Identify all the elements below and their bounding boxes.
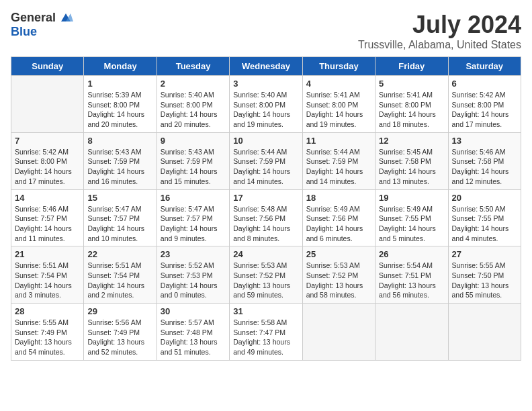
day-number: 2 [161, 79, 226, 89]
day-info: Sunrise: 5:47 AMSunset: 7:57 PMDaylight:… [87, 204, 152, 244]
calendar-cell: 28Sunrise: 5:55 AMSunset: 7:49 PMDayligh… [11, 304, 84, 361]
calendar-cell: 14Sunrise: 5:46 AMSunset: 7:57 PMDayligh… [11, 189, 84, 246]
column-header-thursday: Thursday [302, 57, 375, 76]
day-number: 31 [233, 306, 298, 316]
day-number: 25 [306, 249, 371, 259]
calendar-cell: 31Sunrise: 5:58 AMSunset: 7:47 PMDayligh… [230, 304, 302, 361]
logo-icon [58, 12, 73, 24]
calendar-cell: 20Sunrise: 5:50 AMSunset: 7:55 PMDayligh… [448, 189, 521, 246]
day-info: Sunrise: 5:44 AMSunset: 7:59 PMDaylight:… [306, 147, 371, 187]
calendar-cell: 8Sunrise: 5:43 AMSunset: 7:59 PMDaylight… [84, 132, 157, 189]
day-info: Sunrise: 5:53 AMSunset: 7:52 PMDaylight:… [306, 261, 371, 300]
calendar-cell: 9Sunrise: 5:43 AMSunset: 7:59 PMDaylight… [157, 132, 229, 189]
day-info: Sunrise: 5:57 AMSunset: 7:48 PMDaylight:… [161, 318, 226, 357]
day-info: Sunrise: 5:52 AMSunset: 7:53 PMDaylight:… [161, 261, 226, 300]
day-info: Sunrise: 5:55 AMSunset: 7:49 PMDaylight:… [15, 318, 80, 357]
day-number: 8 [87, 136, 152, 146]
day-info: Sunrise: 5:47 AMSunset: 7:57 PMDaylight:… [161, 204, 226, 244]
day-info: Sunrise: 5:41 AMSunset: 8:00 PMDaylight:… [306, 90, 371, 130]
calendar-cell: 1Sunrise: 5:39 AMSunset: 8:00 PMDaylight… [84, 76, 157, 133]
day-number: 16 [161, 193, 226, 203]
calendar-cell: 7Sunrise: 5:42 AMSunset: 8:00 PMDaylight… [11, 132, 84, 189]
day-number: 7 [15, 136, 80, 146]
calendar-cell: 6Sunrise: 5:42 AMSunset: 8:00 PMDaylight… [448, 76, 521, 133]
day-number: 28 [15, 306, 80, 316]
calendar-cell: 16Sunrise: 5:47 AMSunset: 7:57 PMDayligh… [157, 189, 229, 246]
calendar-cell: 13Sunrise: 5:46 AMSunset: 7:58 PMDayligh… [448, 132, 521, 189]
day-number: 22 [87, 249, 152, 259]
calendar-week-3: 14Sunrise: 5:46 AMSunset: 7:57 PMDayligh… [11, 189, 521, 246]
calendar-title: July 2024 [358, 11, 521, 39]
column-header-saturday: Saturday [448, 57, 521, 76]
day-info: Sunrise: 5:58 AMSunset: 7:47 PMDaylight:… [233, 318, 298, 357]
day-info: Sunrise: 5:55 AMSunset: 7:50 PMDaylight:… [452, 261, 517, 300]
day-info: Sunrise: 5:49 AMSunset: 7:55 PMDaylight:… [379, 204, 444, 244]
calendar-cell: 3Sunrise: 5:40 AMSunset: 8:00 PMDaylight… [230, 76, 302, 133]
page-header: General Blue July 2024 Trussville, Alaba… [11, 11, 521, 51]
day-number: 18 [306, 193, 371, 203]
day-number: 4 [306, 79, 371, 89]
calendar-cell: 4Sunrise: 5:41 AMSunset: 8:00 PMDaylight… [302, 76, 375, 133]
day-info: Sunrise: 5:49 AMSunset: 7:56 PMDaylight:… [306, 204, 371, 244]
day-info: Sunrise: 5:51 AMSunset: 7:54 PMDaylight:… [15, 261, 80, 300]
calendar-cell: 27Sunrise: 5:55 AMSunset: 7:50 PMDayligh… [448, 246, 521, 304]
day-info: Sunrise: 5:54 AMSunset: 7:51 PMDaylight:… [379, 261, 444, 300]
day-number: 9 [161, 136, 226, 146]
day-number: 12 [379, 136, 444, 146]
column-header-tuesday: Tuesday [157, 57, 229, 76]
day-number: 17 [233, 193, 298, 203]
day-info: Sunrise: 5:40 AMSunset: 8:00 PMDaylight:… [161, 90, 226, 130]
title-block: July 2024 Trussville, Alabama, United St… [358, 11, 521, 51]
calendar-subtitle: Trussville, Alabama, United States [358, 39, 521, 51]
calendar-cell [448, 304, 521, 361]
day-number: 10 [233, 136, 298, 146]
logo-blue-text: Blue [11, 25, 37, 38]
day-info: Sunrise: 5:46 AMSunset: 7:58 PMDaylight:… [452, 147, 517, 187]
calendar-cell: 11Sunrise: 5:44 AMSunset: 7:59 PMDayligh… [302, 132, 375, 189]
calendar-cell: 24Sunrise: 5:53 AMSunset: 7:52 PMDayligh… [230, 246, 302, 304]
day-info: Sunrise: 5:43 AMSunset: 7:59 PMDaylight:… [161, 147, 226, 187]
day-number: 6 [452, 79, 517, 89]
calendar-header-row: SundayMondayTuesdayWednesdayThursdayFrid… [11, 57, 521, 76]
calendar-cell: 21Sunrise: 5:51 AMSunset: 7:54 PMDayligh… [11, 246, 84, 304]
day-number: 15 [87, 193, 152, 203]
calendar-week-1: 1Sunrise: 5:39 AMSunset: 8:00 PMDaylight… [11, 76, 521, 133]
day-number: 21 [15, 249, 80, 259]
calendar-week-2: 7Sunrise: 5:42 AMSunset: 8:00 PMDaylight… [11, 132, 521, 189]
column-header-sunday: Sunday [11, 57, 84, 76]
day-info: Sunrise: 5:42 AMSunset: 8:00 PMDaylight:… [452, 90, 517, 130]
calendar-cell: 30Sunrise: 5:57 AMSunset: 7:48 PMDayligh… [157, 304, 229, 361]
calendar-cell: 15Sunrise: 5:47 AMSunset: 7:57 PMDayligh… [84, 189, 157, 246]
day-info: Sunrise: 5:43 AMSunset: 7:59 PMDaylight:… [87, 147, 152, 187]
calendar-week-4: 21Sunrise: 5:51 AMSunset: 7:54 PMDayligh… [11, 246, 521, 304]
day-number: 20 [452, 193, 517, 203]
day-number: 26 [379, 249, 444, 259]
day-number: 27 [452, 249, 517, 259]
day-info: Sunrise: 5:44 AMSunset: 7:59 PMDaylight:… [233, 147, 298, 187]
column-header-wednesday: Wednesday [230, 57, 302, 76]
calendar-cell [11, 76, 84, 133]
day-info: Sunrise: 5:51 AMSunset: 7:54 PMDaylight:… [87, 261, 152, 300]
calendar-cell: 5Sunrise: 5:41 AMSunset: 8:00 PMDaylight… [375, 76, 448, 133]
day-number: 24 [233, 249, 298, 259]
calendar-cell [302, 304, 375, 361]
calendar-cell: 19Sunrise: 5:49 AMSunset: 7:55 PMDayligh… [375, 189, 448, 246]
day-info: Sunrise: 5:56 AMSunset: 7:49 PMDaylight:… [87, 318, 152, 357]
calendar-cell [375, 304, 448, 361]
calendar-cell: 22Sunrise: 5:51 AMSunset: 7:54 PMDayligh… [84, 246, 157, 304]
day-info: Sunrise: 5:40 AMSunset: 8:00 PMDaylight:… [233, 90, 298, 130]
day-info: Sunrise: 5:41 AMSunset: 8:00 PMDaylight:… [379, 90, 444, 130]
calendar-cell: 25Sunrise: 5:53 AMSunset: 7:52 PMDayligh… [302, 246, 375, 304]
day-number: 1 [87, 79, 152, 89]
calendar-cell: 26Sunrise: 5:54 AMSunset: 7:51 PMDayligh… [375, 246, 448, 304]
day-info: Sunrise: 5:45 AMSunset: 7:58 PMDaylight:… [379, 147, 444, 187]
calendar-cell: 17Sunrise: 5:48 AMSunset: 7:56 PMDayligh… [230, 189, 302, 246]
calendar-cell: 12Sunrise: 5:45 AMSunset: 7:58 PMDayligh… [375, 132, 448, 189]
day-info: Sunrise: 5:42 AMSunset: 8:00 PMDaylight:… [15, 147, 80, 187]
day-number: 23 [161, 249, 226, 259]
day-number: 19 [379, 193, 444, 203]
calendar-cell: 18Sunrise: 5:49 AMSunset: 7:56 PMDayligh… [302, 189, 375, 246]
day-number: 14 [15, 193, 80, 203]
calendar-table: SundayMondayTuesdayWednesdayThursdayFrid… [11, 56, 521, 361]
day-info: Sunrise: 5:53 AMSunset: 7:52 PMDaylight:… [233, 261, 298, 300]
